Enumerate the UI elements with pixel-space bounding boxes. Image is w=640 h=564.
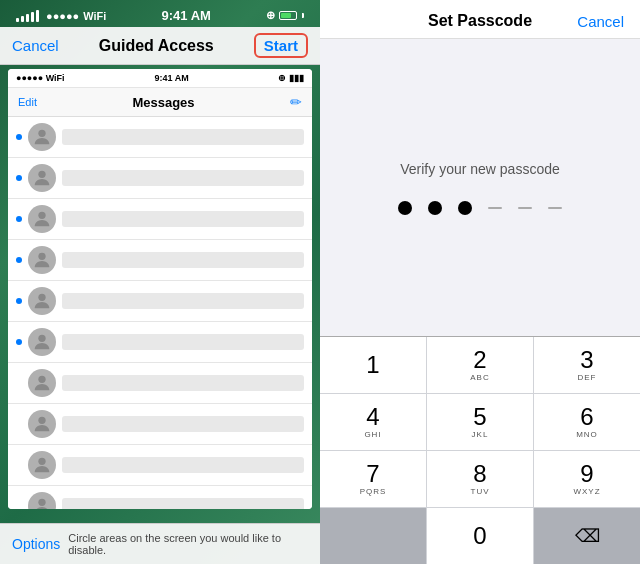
key-empty	[320, 508, 426, 564]
avatar	[28, 328, 56, 356]
options-button[interactable]: Options	[12, 536, 60, 552]
wifi-icon: WiFi	[83, 10, 106, 22]
bar5	[36, 10, 39, 22]
messages-title: Messages	[132, 95, 194, 110]
carrier-signal: ●●●●●	[46, 10, 79, 22]
message-preview	[62, 211, 304, 227]
dot-4	[488, 207, 502, 209]
key-0[interactable]: 0	[427, 508, 533, 564]
avatar	[28, 205, 56, 233]
messages-nav-bar: Edit Messages ✏	[8, 88, 312, 117]
no-dot	[16, 462, 22, 468]
bottom-bar: Options Circle areas on the screen you w…	[0, 523, 320, 564]
passcode-nav: Set Passcode Cancel	[320, 0, 640, 39]
key-6[interactable]: 6 MNO	[534, 394, 640, 450]
passcode-hint: Verify your new passcode	[400, 161, 560, 177]
message-preview	[62, 334, 304, 350]
dot-5	[518, 207, 532, 209]
avatar	[28, 451, 56, 479]
messages-edit-button[interactable]: Edit	[18, 96, 37, 108]
svg-point-9	[38, 499, 45, 506]
list-item[interactable]	[8, 117, 312, 158]
battery-body	[279, 11, 297, 20]
battery-tip	[302, 13, 304, 18]
list-item[interactable]	[8, 281, 312, 322]
start-button[interactable]: Start	[254, 33, 308, 58]
message-preview	[62, 416, 304, 432]
bar2	[21, 16, 24, 22]
left-panel: ●●●●● WiFi 9:41 AM ⊕ Cancel Guided Acces…	[0, 0, 320, 564]
delete-icon: ⌫	[575, 525, 600, 547]
no-dot	[16, 380, 22, 386]
iphone-screen: ●●●●● WiFi 9:41 AM ⊕ ▮▮▮ Edit Messages ✏	[8, 69, 312, 509]
right-panel: Set Passcode Cancel Verify your new pass…	[320, 0, 640, 564]
svg-point-3	[38, 253, 45, 260]
svg-point-2	[38, 212, 45, 219]
list-item[interactable]	[8, 486, 312, 509]
avatar	[28, 164, 56, 192]
key-4[interactable]: 4 GHI	[320, 394, 426, 450]
battery-label: ⊕	[266, 9, 275, 22]
guided-access-title: Guided Access	[99, 37, 214, 55]
list-item[interactable]	[8, 158, 312, 199]
avatar	[28, 246, 56, 274]
bottom-hint-text: Circle areas on the screen you would lik…	[68, 532, 308, 556]
message-preview	[62, 170, 304, 186]
svg-point-8	[38, 458, 45, 465]
message-preview	[62, 375, 304, 391]
key-2[interactable]: 2 ABC	[427, 337, 533, 393]
list-item[interactable]	[8, 240, 312, 281]
avatar	[28, 492, 56, 509]
avatar	[28, 123, 56, 151]
dot-1	[398, 201, 412, 215]
key-7[interactable]: 7 PQRS	[320, 451, 426, 507]
passcode-cancel-button[interactable]: Cancel	[564, 13, 624, 30]
passcode-dots	[398, 201, 562, 215]
iphone-time: 9:41 AM	[154, 73, 188, 83]
outer-status-bar: ●●●●● WiFi 9:41 AM ⊕	[0, 0, 320, 27]
svg-point-5	[38, 335, 45, 342]
key-delete[interactable]: ⌫	[534, 508, 640, 564]
key-9[interactable]: 9 WXYZ	[534, 451, 640, 507]
bar3	[26, 14, 29, 22]
unread-dot	[16, 134, 22, 140]
list-item[interactable]	[8, 363, 312, 404]
unread-dot	[16, 175, 22, 181]
dot-2	[428, 201, 442, 215]
no-dot	[16, 421, 22, 427]
numpad: 1 2 ABC 3 DEF 4 GHI 5 JKL 6 MNO 7 PQRS 8…	[320, 336, 640, 564]
signal-bars	[16, 10, 39, 22]
message-preview	[62, 498, 304, 509]
outer-battery: ⊕	[266, 9, 304, 22]
iphone-status-bar: ●●●●● WiFi 9:41 AM ⊕ ▮▮▮	[8, 69, 312, 88]
avatar	[28, 369, 56, 397]
passcode-title: Set Passcode	[428, 12, 532, 30]
battery-fill	[281, 13, 292, 18]
guided-access-bar: Cancel Guided Access Start	[0, 27, 320, 65]
key-3[interactable]: 3 DEF	[534, 337, 640, 393]
iphone-signal: ●●●●● WiFi	[16, 73, 65, 83]
list-item[interactable]	[8, 322, 312, 363]
svg-point-0	[38, 130, 45, 137]
key-1[interactable]: 1	[320, 337, 426, 393]
avatar	[28, 287, 56, 315]
dot-6	[548, 207, 562, 209]
outer-signal: ●●●●● WiFi	[16, 10, 106, 22]
unread-dot	[16, 298, 22, 304]
list-item[interactable]	[8, 445, 312, 486]
key-8[interactable]: 8 TUV	[427, 451, 533, 507]
list-item[interactable]	[8, 404, 312, 445]
svg-point-4	[38, 294, 45, 301]
message-preview	[62, 129, 304, 145]
message-preview	[62, 252, 304, 268]
svg-point-7	[38, 417, 45, 424]
unread-dot	[16, 216, 22, 222]
message-preview	[62, 457, 304, 473]
passcode-content: Verify your new passcode	[320, 39, 640, 336]
unread-dot	[16, 257, 22, 263]
compose-button[interactable]: ✏	[290, 94, 302, 110]
svg-point-1	[38, 171, 45, 178]
list-item[interactable]	[8, 199, 312, 240]
cancel-button[interactable]: Cancel	[12, 37, 59, 54]
key-5[interactable]: 5 JKL	[427, 394, 533, 450]
